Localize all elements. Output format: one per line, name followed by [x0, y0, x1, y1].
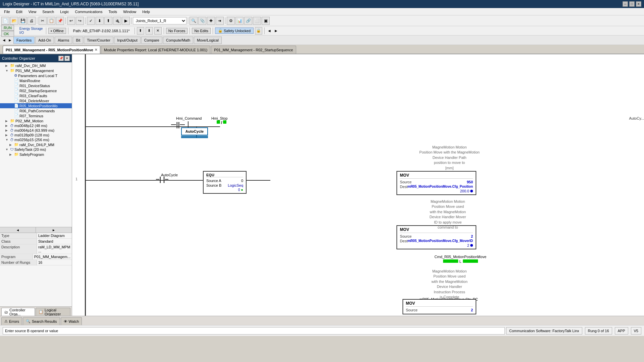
menu-edit[interactable]: Edit — [13, 9, 25, 14]
magnemot-comment3: MagneMotion MotionPosition Move usedwith… — [419, 269, 480, 300]
new-button[interactable]: 📄 — [1, 17, 9, 25]
palette-prev[interactable]: ◄ — [267, 27, 272, 35]
menu-communications[interactable]: Communications — [72, 9, 105, 14]
tb-find[interactable]: 🔍 — [190, 17, 198, 25]
open-button[interactable]: 📂 — [10, 17, 18, 25]
menu-window[interactable]: Window — [120, 9, 139, 14]
tree-ms0256[interactable]: ▼ ⏱ ms0256p15 (256 ms) — [0, 137, 72, 142]
download-status-btn[interactable]: ⬇ — [146, 27, 153, 35]
status-misc1[interactable]: ✕ — [154, 27, 162, 35]
tab-r05[interactable]: P01_MM_Management - R05_MotionPositionMo… — [3, 46, 100, 54]
redo-button[interactable]: ↪ — [76, 17, 84, 25]
equ-block[interactable]: EQU Source A 0 Source B LogicSeq 0 ● — [203, 171, 247, 194]
tree-safety-program[interactable]: ▶ 📁 SafetyProgram — [0, 152, 72, 157]
tree-R01[interactable]: 📄 R01_DeviceStatus — [0, 83, 72, 88]
folder-icon: 📁 — [10, 63, 15, 68]
tb-misc2[interactable]: 📊 — [235, 17, 244, 25]
tree-params-local[interactable]: ⚙ Parameters and Local T — [0, 73, 72, 78]
menu-file[interactable]: File — [1, 9, 13, 14]
print-button[interactable]: 🖨 — [28, 17, 36, 25]
tree-R05[interactable]: 📄 R05_MotionPositionMo — [0, 103, 72, 108]
undo-button[interactable]: ↩ — [67, 17, 75, 25]
menu-tools[interactable]: Tools — [106, 9, 120, 14]
tb-cross[interactable]: ✚ — [207, 17, 215, 25]
tb-verify[interactable]: ✓ — [87, 17, 95, 25]
autocycle-block[interactable]: AutoCycle — [181, 127, 208, 138]
palette-favorites[interactable]: Favorites — [13, 37, 35, 44]
properties-panel: Type Ladder Diagram Class Standard Descr… — [0, 233, 72, 306]
palette-right-arrow[interactable]: ► — [7, 37, 13, 44]
tb-misc1[interactable]: ⚙ — [227, 17, 235, 25]
tree-R07[interactable]: 📄 R07_Terminus — [0, 113, 72, 118]
tb-goto[interactable]: ➜ — [216, 17, 224, 25]
palette-input-output[interactable]: Input/Output — [114, 37, 141, 44]
organizer-pin-btn[interactable]: 📌 — [58, 56, 64, 61]
controller-organizer-tab[interactable]: 🗂 Controller Orga... — [1, 308, 35, 316]
palette-compute-math[interactable]: Compute/Math — [163, 37, 193, 44]
mov-block1[interactable]: MOV Source 950 Dest mR05_MotionPositionM… — [396, 171, 476, 195]
search-results-tab[interactable]: 🔍 Search Results — [23, 317, 60, 325]
tree-raM-Dvc-DHLP[interactable]: ▶ 📁 raM_Dvc_DHLP_MM — [0, 142, 72, 147]
tb-go-online[interactable]: 🔌 — [113, 17, 121, 25]
watch-tab[interactable]: 👁 Watch — [61, 317, 82, 325]
organizer-close-btn[interactable]: ✕ — [64, 56, 70, 61]
scroll-left-btn[interactable]: ◄ — [0, 227, 36, 233]
tb-misc4[interactable]: ⬜ — [253, 17, 261, 25]
palette-bit[interactable]: Bit — [73, 37, 83, 44]
tree-MainRoutine[interactable]: 📄 MainRoutine — [0, 78, 72, 83]
canvas-area[interactable]: Hmi_Command Hmi_Stop | | / — [72, 54, 644, 316]
menu-help[interactable]: Help — [140, 9, 153, 14]
tree-R02[interactable]: 📄 R02_StartupSequence — [0, 88, 72, 93]
logical-organizer-tab[interactable]: 📋 Logical Organizer — [36, 308, 70, 316]
tb-ref[interactable]: 📎 — [198, 17, 206, 25]
palette-timer-counter[interactable]: Timer/Counter — [84, 37, 113, 44]
palette-addon[interactable]: Add-On — [35, 37, 54, 44]
tree-ms0128[interactable]: ▶ ⏱ ms0128p09 (128 ms) — [0, 133, 72, 137]
ladder-canvas[interactable]: Hmi_Command Hmi_Stop | | / — [72, 54, 644, 316]
tab-r05-close[interactable]: ✕ — [95, 48, 97, 52]
tab-r02[interactable]: P01_MM_Management - R02_StartupSequence — [211, 46, 296, 54]
tb-misc3[interactable]: 🔗 — [244, 17, 252, 25]
status-message: Enter source B operand or value — [3, 327, 505, 335]
tree-safety-task[interactable]: ▼ 🛡 SafetyTask (20 ms) — [0, 147, 72, 152]
tree-P01-MM-Management[interactable]: ▼ 📁 P01_MM_Management — [0, 68, 72, 73]
controller-dropdown[interactable]: Joints_Robot_1_R — [133, 17, 186, 24]
green-bar1 — [443, 259, 458, 263]
copy-button[interactable]: 📋 — [47, 17, 55, 25]
upload-status-btn[interactable]: ⬆ — [137, 27, 144, 35]
tree-R03[interactable]: 📄 R03_ClearFaults — [0, 93, 72, 98]
paste-button[interactable]: 📌 — [56, 17, 64, 25]
tree-R04[interactable]: 📄 R04_DeleteMover — [0, 98, 72, 103]
log-org-label: Logical Organizer — [45, 308, 67, 316]
comm-software-segment: Communication Software: FactoryTalk Linx — [506, 327, 582, 335]
tb-run[interactable]: ▶ — [122, 17, 130, 25]
close-button[interactable]: ✕ — [636, 1, 641, 7]
palette-alarms[interactable]: Alarms — [55, 37, 72, 44]
tab-module-props[interactable]: Module Properties Report: Local (ETHERNE… — [101, 46, 210, 54]
cut-button[interactable]: ✂ — [39, 17, 47, 25]
palette-left-arrow[interactable]: ◄ — [1, 37, 7, 44]
menu-view[interactable]: View — [26, 9, 39, 14]
tree-ms0048[interactable]: ▶ ⏱ ms0048p12 (48 ms) — [0, 123, 72, 128]
errors-tab[interactable]: ⚠ Errors — [1, 317, 22, 325]
palette-next[interactable]: ► — [273, 27, 279, 35]
safety-lock-btn[interactable]: 🔒 — [255, 27, 262, 35]
tb-misc5[interactable]: ▣ — [262, 17, 270, 25]
v-line1 — [188, 121, 189, 128]
tree-R06[interactable]: 📄 R06_PathCommands — [0, 108, 72, 113]
mov-block3[interactable]: MOV Source 2 — [402, 299, 476, 314]
maximize-button[interactable]: □ — [629, 1, 635, 7]
minimize-button[interactable]: ─ — [623, 1, 628, 7]
tb-upload[interactable]: ⬆ — [104, 17, 112, 25]
tree-ms0064[interactable]: ▶ ⏱ ms0064p14 (63.999 ms) — [0, 128, 72, 133]
palette-move-logical[interactable]: Move/Logical — [194, 37, 222, 44]
conn-line — [171, 124, 176, 125]
menu-search[interactable]: Search — [40, 9, 57, 14]
tree-raM-Dvc-DH-MM[interactable]: ▶ 📁 raM_Dvc_DH_MM — [0, 63, 72, 68]
palette-compare[interactable]: Compare — [141, 37, 162, 44]
tree-P02[interactable]: ▶ 📁 P02_MM_Motion — [0, 118, 72, 123]
tb-download[interactable]: ⬇ — [96, 17, 104, 25]
save-button[interactable]: 💾 — [19, 17, 27, 25]
scroll-right-btn[interactable]: ► — [36, 227, 72, 233]
menu-logic[interactable]: Logic — [57, 9, 71, 14]
